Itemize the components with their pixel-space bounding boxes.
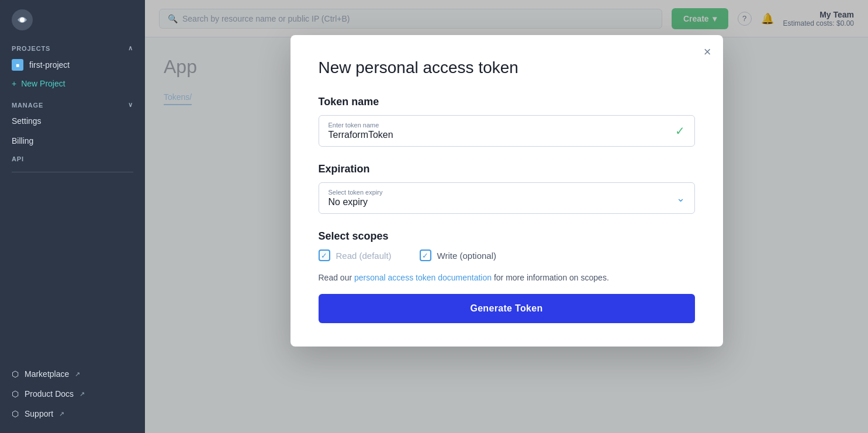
scopes-section-label: Select scopes [319, 230, 695, 243]
product-docs-icon: ⬡ [12, 389, 19, 399]
api-section-label: API [0, 151, 145, 165]
doc-link[interactable]: personal access token documentation [354, 273, 492, 282]
modal-dialog: × New personal access token Token name E… [291, 35, 723, 347]
doc-text: Read our personal access token documenta… [319, 273, 695, 282]
scopes-section: Select scopes ✓ Read (default) ✓ Write (… [319, 230, 695, 261]
support-icon: ⬡ [12, 409, 19, 418]
sidebar-item-settings[interactable]: Settings [0, 111, 145, 131]
projects-section-header: PROJECTS ∧ [0, 40, 145, 54]
token-name-section-label: Token name [319, 96, 695, 108]
token-name-section: Token name Enter token name TerraformTok… [319, 96, 695, 147]
project-icon: ■ [12, 59, 23, 71]
sidebar-bottom: ⬡ Marketplace ↗ ⬡ Product Docs ↗ ⬡ Suppo… [0, 364, 145, 433]
scopes-checkboxes: ✓ Read (default) ✓ Write (optional) [319, 250, 695, 261]
sidebar-item-first-project[interactable]: ■ first-project [0, 54, 145, 75]
chevron-down-icon: ⌄ [676, 192, 685, 205]
modal-close-button[interactable]: × [704, 46, 711, 58]
main-content: 🔍 Search by resource name or public IP (… [145, 0, 868, 433]
modal-overlay: × New personal access token Token name E… [145, 0, 868, 433]
sidebar-item-billing[interactable]: Billing [0, 131, 145, 151]
scope-write-label: Write (optional) [437, 251, 496, 261]
external-link-icon: ↗ [79, 390, 85, 398]
sidebar-item-marketplace[interactable]: ⬡ Marketplace ↗ [0, 364, 145, 384]
token-name-field[interactable]: Enter token name TerraformToken ✓ [319, 115, 695, 147]
external-link-icon: ↗ [59, 410, 64, 418]
expiration-section-label: Expiration [319, 163, 695, 175]
sidebar-divider [12, 172, 133, 172]
sidebar-item-support[interactable]: ⬡ Support ↗ [0, 404, 145, 424]
generate-token-button[interactable]: Generate Token [319, 294, 695, 323]
sidebar-logo [0, 0, 145, 40]
svg-point-1 [20, 18, 25, 22]
sidebar-item-product-docs[interactable]: ⬡ Product Docs ↗ [0, 384, 145, 404]
expiration-section: Expiration Select token expiry No expiry… [319, 163, 695, 214]
external-link-icon: ↗ [75, 370, 80, 378]
sidebar-new-project[interactable]: + New Project [0, 75, 145, 92]
modal-title: New personal access token [319, 58, 695, 77]
scope-read-checkbox[interactable]: ✓ [319, 250, 330, 261]
scope-write-item: ✓ Write (optional) [420, 250, 496, 261]
scope-write-checkbox[interactable]: ✓ [420, 250, 431, 261]
scope-read-label: Read (default) [336, 251, 392, 261]
marketplace-icon: ⬡ [12, 369, 19, 379]
scope-read-item: ✓ Read (default) [319, 250, 392, 261]
sidebar: PROJECTS ∧ ■ first-project + New Project… [0, 0, 145, 433]
valid-check-icon: ✓ [675, 124, 685, 138]
manage-section-header: MANAGE ∨ [0, 92, 145, 111]
expiry-select[interactable]: Select token expiry No expiry ⌄ [319, 182, 695, 214]
logo-icon [12, 9, 33, 30]
